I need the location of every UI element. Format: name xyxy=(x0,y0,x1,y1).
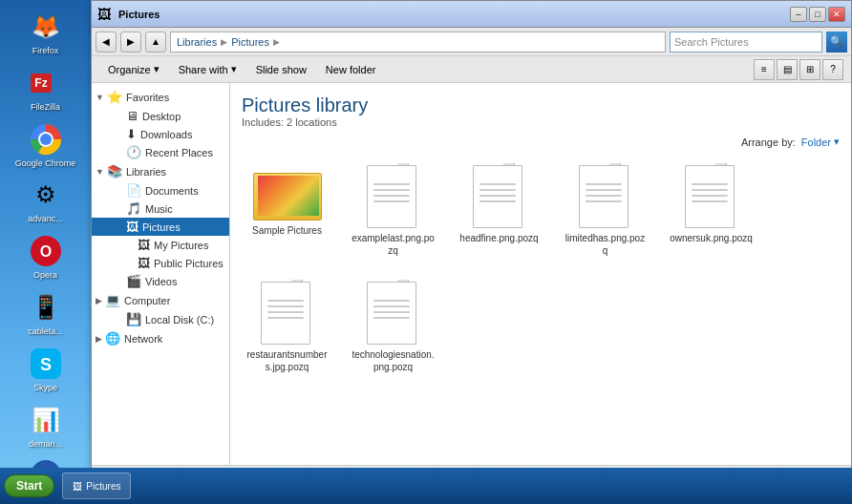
nav-videos[interactable]: 🎬 Videos xyxy=(92,272,229,290)
favorites-label: Favorites xyxy=(126,92,169,103)
desktop-icons-panel: 🦊 Firefox Fz FileZilla Google Chrome ⚙ a… xyxy=(0,0,91,468)
window-icon: 🖼 xyxy=(97,7,113,22)
desktop-icon-filezilla[interactable]: Fz FileZilla xyxy=(8,62,84,116)
cableta-label: cableta... xyxy=(28,326,63,337)
explorer-window: 🖼 Pictures – □ ✕ ◀ ▶ ▲ Libraries ▶ Pictu… xyxy=(91,0,852,487)
desktop-icon-cableta[interactable]: 📱 cableta... xyxy=(8,286,84,341)
back-button[interactable]: ◀ xyxy=(96,32,117,52)
search-placeholder: Search Pictures xyxy=(674,36,749,48)
advanc-icon: ⚙ xyxy=(29,178,63,212)
svg-text:O: O xyxy=(39,243,51,260)
minimize-button[interactable]: – xyxy=(790,7,807,22)
new-folder-button[interactable]: New folder xyxy=(317,59,385,80)
local-disk-nav-icon: 💾 xyxy=(126,312,141,326)
document-icon xyxy=(261,280,314,345)
forward-button[interactable]: ▶ xyxy=(120,32,141,52)
file-name-restaurantsnumbers: restaurantsnumbers.jpg.pozq xyxy=(245,348,329,373)
nav-downloads[interactable]: ⬇ Downloads xyxy=(92,125,229,143)
chrome-icon xyxy=(29,122,63,157)
content-pane: Pictures library Includes: 2 locations A… xyxy=(230,83,851,465)
view-list-button[interactable]: ≡ xyxy=(754,59,775,80)
svg-point-4 xyxy=(40,134,52,145)
file-name-headfine: headfine.png.pozq xyxy=(459,232,538,244)
svg-text:Fz: Fz xyxy=(34,76,47,90)
nav-desktop[interactable]: 🖥 Desktop xyxy=(92,107,229,125)
library-header: Pictures library Includes: 2 locations xyxy=(242,94,840,128)
help-button[interactable]: ? xyxy=(822,59,843,80)
arrange-dropdown[interactable]: Folder ▾ xyxy=(801,136,840,148)
desktop-icon-firefox[interactable]: 🦊 Firefox xyxy=(8,6,84,60)
search-box[interactable]: Search Pictures xyxy=(670,32,822,52)
desktop-icon-skype[interactable]: S Skype xyxy=(8,343,84,397)
deman-label: deman... xyxy=(29,439,62,450)
skype-label: Skype xyxy=(33,383,57,393)
desktop-icon-deman[interactable]: 📊 deman... xyxy=(8,399,84,453)
firefox-icon: 🦊 xyxy=(29,10,63,44)
document-icon xyxy=(367,280,420,345)
file-item-restaurantsnumbers[interactable]: restaurantsnumbers.jpg.pozq xyxy=(242,276,332,377)
toolbar-right: ≡ ▤ ⊞ ? xyxy=(754,59,843,80)
filezilla-icon: Fz xyxy=(29,66,63,100)
start-button[interactable]: Start xyxy=(4,474,54,497)
up-button[interactable]: ▲ xyxy=(145,32,166,52)
nav-music[interactable]: 🎵 Music xyxy=(92,200,229,218)
file-item-headfine[interactable]: headfine.png.pozq xyxy=(454,159,544,261)
firefox-label: Firefox xyxy=(32,46,59,56)
title-bar: 🖼 Pictures – □ ✕ xyxy=(92,1,851,28)
videos-nav-icon: 🎬 xyxy=(126,274,141,288)
chrome-label: Google Chrome xyxy=(15,158,76,169)
opera-label: Opera xyxy=(33,270,57,281)
arrange-value: Folder xyxy=(801,136,831,148)
nav-my-pictures[interactable]: 🖼 My Pictures xyxy=(92,236,229,254)
favorites-section[interactable]: ▼ ⭐ Favorites xyxy=(92,87,229,107)
file-name-examplelast: examplelast.png.pozq xyxy=(351,232,435,257)
document-icon xyxy=(473,163,526,228)
network-section[interactable]: ▶ 🌐 Network xyxy=(92,328,229,348)
close-button[interactable]: ✕ xyxy=(828,7,845,22)
file-item-sample-pictures[interactable]: Sample Pictures xyxy=(242,159,332,261)
document-icon xyxy=(367,163,420,228)
file-name-sample-pictures: Sample Pictures xyxy=(252,224,322,237)
libraries-section[interactable]: ▼ 📚 Libraries xyxy=(92,161,229,181)
path-pictures[interactable]: Pictures xyxy=(231,36,269,48)
folder-icon xyxy=(253,163,322,220)
address-path[interactable]: Libraries ▶ Pictures ▶ xyxy=(170,32,666,52)
desktop-icon-chrome[interactable]: Google Chrome xyxy=(8,118,84,173)
document-icon xyxy=(579,163,632,228)
filezilla-label: FileZilla xyxy=(31,102,60,113)
network-expand-icon: ▶ xyxy=(96,334,102,344)
desktop-icon-opera[interactable]: O Opera xyxy=(8,230,84,284)
network-label: Network xyxy=(124,333,162,345)
my-pictures-nav-icon: 🖼 xyxy=(138,238,150,252)
nav-local-disk[interactable]: 💾 Local Disk (C:) xyxy=(92,310,229,328)
computer-label: Computer xyxy=(124,295,170,306)
maximize-button[interactable]: □ xyxy=(809,7,826,22)
pictures-nav-icon: 🖼 xyxy=(126,220,138,234)
file-item-limitedhas[interactable]: limitedhas.png.pozq xyxy=(560,159,650,261)
share-with-button[interactable]: Share with ▾ xyxy=(170,59,245,80)
organize-button[interactable]: Organize ▾ xyxy=(99,59,168,80)
desktop-icon-advanc[interactable]: ⚙ advanc... xyxy=(8,174,84,228)
search-button[interactable]: 🔍 xyxy=(826,32,847,52)
computer-section[interactable]: ▶ 💻 Computer xyxy=(92,290,229,310)
music-nav-icon: 🎵 xyxy=(126,201,141,216)
path-libraries[interactable]: Libraries xyxy=(177,36,217,48)
deman-icon: 📊 xyxy=(29,403,63,437)
favorites-expand-icon: ▼ xyxy=(96,93,104,102)
view-details-button[interactable]: ▤ xyxy=(777,59,798,80)
file-item-ownersuk[interactable]: ownersuk.png.pozq xyxy=(666,159,756,261)
nav-recent-places[interactable]: 🕐 Recent Places xyxy=(92,143,229,161)
nav-documents[interactable]: 📄 Documents xyxy=(92,181,229,200)
taskbar-explorer-item[interactable]: 🖼 Pictures xyxy=(62,472,131,499)
file-item-technologiesnation[interactable]: technologiesnation.png.pozq xyxy=(348,276,438,377)
file-item-examplelast[interactable]: examplelast.png.pozq xyxy=(348,159,438,261)
nav-public-pictures[interactable]: 🖼 Public Pictures xyxy=(92,254,229,272)
downloads-nav-icon: ⬇ xyxy=(126,127,137,141)
taskbar: Start 🖼 Pictures xyxy=(0,468,852,504)
nav-pictures[interactable]: 🖼 Pictures xyxy=(92,218,229,236)
slideshow-button[interactable]: Slide show xyxy=(247,59,315,80)
document-icon xyxy=(685,163,738,228)
nav-pane: ▼ ⭐ Favorites 🖥 Desktop ⬇ Downloads 🕐 Re… xyxy=(92,83,230,465)
library-subtitle: Includes: 2 locations xyxy=(242,116,840,128)
view-icons-button[interactable]: ⊞ xyxy=(799,59,820,80)
